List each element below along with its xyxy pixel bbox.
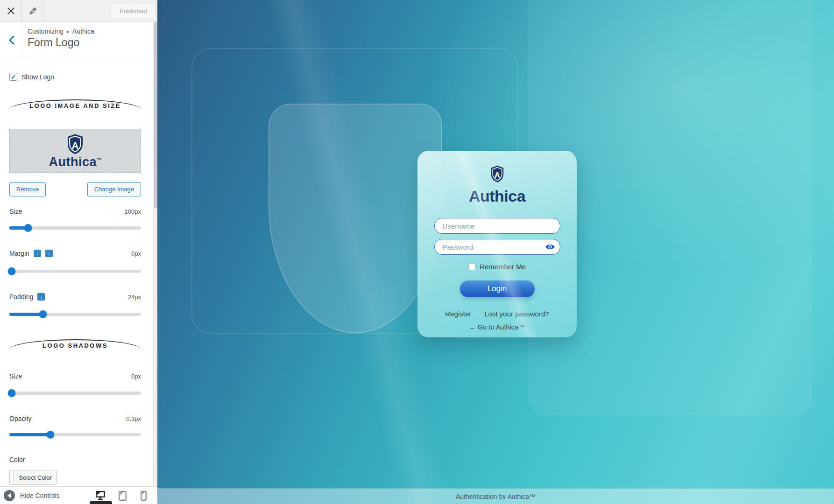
register-link[interactable]: Register [445,310,471,318]
published-button[interactable]: Published [111,4,156,18]
shadow-size-label: Size [9,372,22,380]
logo-wordmark: Authica™ [49,156,101,168]
trademark-symbol: ™ [97,157,102,162]
shadow-size-control-row: Size 0px [9,372,141,380]
bottom-controls-bar: Hide Controls [0,486,157,504]
go-to-authica-link[interactable]: ← Go to Authica™ [469,323,525,331]
collapse-triangle-icon [7,493,11,498]
edit-shortcut-button[interactable] [22,0,44,21]
username-input[interactable] [434,218,560,234]
section-title-logo-image-and-size: LOGO IMAGE AND SIZE [9,102,141,109]
shadow-size-slider-thumb[interactable] [8,389,16,397]
size-slider[interactable] [9,224,141,232]
close-icon [7,7,14,14]
back-chevron-icon [8,35,14,45]
password-input[interactable] [434,239,560,255]
margin-down-button[interactable]: ↓ [45,250,53,257]
margin-value: 0px [131,250,141,257]
customizer-topbar: Published [0,0,157,22]
tablet-icon [119,491,127,501]
breadcrumb-authica: Authica [72,28,94,35]
lost-password-link[interactable]: Lost your password? [484,310,549,318]
size-control-row: Size 100px [9,208,141,215]
remember-me-checkbox[interactable] [468,263,475,270]
sidebar-scrollbar[interactable] [153,22,157,486]
breadcrumb-separator-icon: ▸ [67,29,69,34]
login-card: A Authica Remember Me Login Register Los… [417,151,577,337]
margin-control-row: Margin ↑ ↓ 0px [9,250,141,257]
authica-shield-logo-icon: A [489,165,505,183]
customizer-sidebar: Published Customizing ▸ Authica Form Log… [0,0,157,504]
panel-header: Customizing ▸ Authica Form Logo [0,22,157,58]
margin-slider[interactable] [9,267,141,275]
change-image-button[interactable]: Change Image [87,182,141,196]
shadow-opacity-value: 0.3px [126,415,141,422]
select-color-button[interactable]: Select Color [9,470,57,485]
shadow-opacity-label: Opacity [9,415,31,422]
shadow-opacity-slider[interactable] [9,431,141,439]
shadow-size-value: 0px [131,373,141,380]
padding-label: Padding [9,293,33,301]
remove-button[interactable]: Remove [9,182,46,196]
breadcrumb: Customizing ▸ Authica [28,28,94,35]
page-title: Form Logo [28,36,94,49]
authica-shield-logo-icon: A [65,133,85,155]
close-button[interactable] [0,0,22,21]
show-logo-row: ✓ Show Logo [9,73,141,81]
site-preview: A Authica Remember Me Login Register Los… [157,0,834,504]
footer-text: Authentication by Authica™ [456,493,536,500]
padding-down-button[interactable]: ↓ [37,293,45,301]
size-value: 100px [125,208,141,215]
panel-content: ✓ Show Logo LOGO IMAGE AND SIZE A Authic… [0,58,153,486]
shadow-color-label: Color [9,456,141,463]
scrollbar-thumb[interactable] [154,22,157,209]
show-logo-checkbox[interactable]: ✓ [9,73,17,81]
login-brand-title: Authica [469,187,525,205]
down-arrow-icon: ↓ [40,294,42,300]
size-label: Size [9,208,22,215]
margin-up-button[interactable]: ↑ [34,250,41,257]
shadow-opacity-slider-thumb[interactable] [47,431,55,439]
padding-slider[interactable] [9,310,141,318]
breadcrumb-customizing: Customizing [28,28,64,35]
padding-slider-thumb[interactable] [39,310,47,318]
padding-value: 24px [128,294,141,301]
mobile-icon [141,491,147,501]
eye-icon [545,243,555,251]
preview-footer: Authentication by Authica™ [157,488,834,504]
hide-controls-label[interactable]: Hide Controls [20,492,60,499]
edit-pencil-icon [28,6,37,15]
login-button[interactable]: Login [460,280,535,297]
margin-label: Margin [9,250,29,257]
preview-desktop-button[interactable] [94,490,107,502]
color-swatch[interactable] [10,470,14,484]
logo-image-preview[interactable]: A Authica™ [9,129,141,173]
select-color-label: Select Color [14,470,57,484]
section-title-logo-shadows: LOGO SHADOWS [9,342,141,349]
svg-text:A: A [72,140,79,150]
back-button[interactable] [0,22,23,58]
show-password-button[interactable] [545,242,555,252]
active-device-indicator [90,501,112,504]
desktop-icon [95,490,106,501]
shadow-opacity-control-row: Opacity 0.3px [9,415,141,422]
svg-text:A: A [494,171,500,180]
shadow-size-slider[interactable] [9,389,141,397]
preview-mobile-button[interactable] [137,490,150,502]
remember-me-label: Remember Me [480,263,526,271]
up-arrow-icon: ↑ [36,251,38,256]
size-slider-thumb[interactable] [24,224,32,232]
padding-control-row: Padding ↓ 24px [9,293,141,301]
collapse-sidebar-button[interactable] [4,490,15,501]
preview-tablet-button[interactable] [116,490,129,502]
remember-me-row: Remember Me [468,263,526,271]
margin-slider-thumb[interactable] [8,267,16,275]
show-logo-label: Show Logo [21,73,54,81]
down-arrow-icon: ↓ [48,251,50,256]
checkmark-icon: ✓ [11,73,16,81]
